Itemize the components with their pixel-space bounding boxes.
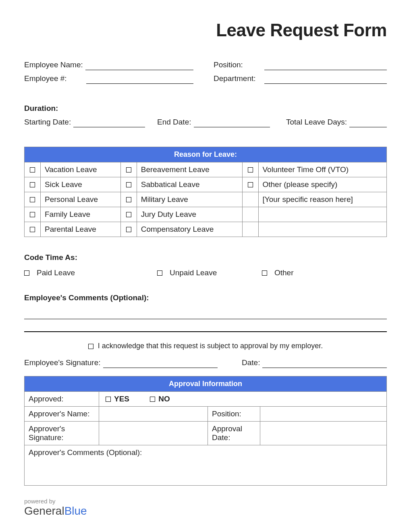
- brand-general: General: [24, 505, 64, 517]
- reason-jury: Jury Duty Leave: [137, 207, 242, 222]
- checkbox-unpaid-leave[interactable]: [157, 270, 162, 276]
- department-input[interactable]: [264, 75, 387, 84]
- checkbox-sabbatical[interactable]: [126, 182, 131, 187]
- reason-personal: Personal Leave: [41, 192, 121, 207]
- divider: [24, 331, 387, 332]
- checkbox-approved-yes[interactable]: [106, 397, 111, 402]
- starting-date-input[interactable]: [73, 118, 145, 127]
- signature-date-input[interactable]: [262, 359, 387, 368]
- employee-name-label: Employee Name:: [24, 60, 83, 70]
- checkbox-code-other[interactable]: [262, 270, 267, 276]
- checkbox-approved-no[interactable]: [150, 397, 155, 402]
- code-time-paid: Paid Leave: [37, 268, 75, 277]
- approver-position-input[interactable]: [260, 407, 387, 422]
- acknowledge-text: I acknowledge that this request is subje…: [98, 342, 323, 350]
- reason-sick: Sick Leave: [41, 177, 121, 192]
- employee-name-input[interactable]: [85, 61, 193, 70]
- code-time-unpaid: Unpaid Leave: [170, 268, 217, 277]
- position-label: Position:: [214, 60, 262, 70]
- reason-table: Reason for Leave: Vacation Leave Bereave…: [24, 147, 387, 237]
- total-days-label: Total Leave Days:: [286, 118, 347, 127]
- employee-signature-input[interactable]: [103, 359, 218, 368]
- approver-comments-label: Approver's Comments (Optional):: [29, 448, 142, 457]
- checkbox-jury[interactable]: [126, 212, 131, 217]
- duration-heading: Duration:: [24, 104, 387, 114]
- brand-blue: Blue: [64, 505, 87, 517]
- powered-by-text: powered by: [24, 498, 387, 505]
- checkbox-personal[interactable]: [30, 197, 35, 202]
- approver-signature-input[interactable]: [99, 422, 208, 445]
- end-date-label: End Date:: [157, 118, 191, 127]
- checkbox-sick[interactable]: [30, 182, 35, 187]
- approver-position-label: Position:: [208, 407, 260, 422]
- code-time-heading: Code Time As:: [24, 253, 387, 263]
- reason-sabbatical: Sabbatical Leave: [137, 177, 242, 192]
- employee-signature-label: Employee's Signature:: [24, 358, 101, 368]
- checkbox-vacation[interactable]: [30, 167, 35, 172]
- employee-comments-input[interactable]: [24, 303, 387, 319]
- footer: powered by GeneralBlue: [24, 498, 387, 517]
- position-input[interactable]: [264, 61, 387, 70]
- total-days-input[interactable]: [349, 118, 387, 127]
- approval-table: Approval Information Approved: YES NO Ap…: [24, 376, 387, 486]
- approved-label: Approved:: [25, 392, 99, 407]
- checkbox-acknowledge[interactable]: [88, 344, 93, 349]
- code-time-other: Other: [274, 268, 294, 277]
- checkbox-vto[interactable]: [248, 167, 253, 172]
- approver-signature-label: Approver's Signature:: [25, 422, 99, 445]
- page-title: Leave Request Form: [24, 20, 387, 40]
- checkbox-other[interactable]: [248, 182, 253, 187]
- reason-parental: Parental Leave: [41, 222, 121, 237]
- checkbox-bereavement[interactable]: [126, 167, 131, 172]
- reason-specific-placeholder[interactable]: [Your specific reason here]: [258, 192, 387, 207]
- approver-name-label: Approver's Name:: [25, 407, 99, 422]
- checkbox-family[interactable]: [30, 212, 35, 217]
- employee-number-label: Employee #:: [24, 74, 84, 84]
- checkbox-military[interactable]: [126, 197, 131, 202]
- reason-vacation: Vacation Leave: [41, 162, 121, 177]
- reason-bereavement: Bereavement Leave: [137, 162, 242, 177]
- employee-number-input[interactable]: [86, 75, 193, 84]
- starting-date-label: Starting Date:: [24, 118, 71, 127]
- checkbox-compensatory[interactable]: [126, 227, 131, 232]
- approval-header: Approval Information: [25, 376, 387, 392]
- reason-other: Other (please specify): [258, 177, 387, 192]
- checkbox-paid-leave[interactable]: [24, 270, 29, 276]
- approved-yes-label: YES: [114, 395, 129, 403]
- signature-date-label: Date:: [242, 358, 260, 368]
- reason-vto: Volunteer Time Off (VTO): [258, 162, 387, 177]
- approval-date-input[interactable]: [260, 422, 387, 445]
- department-label: Department:: [214, 74, 262, 84]
- employee-comments-heading: Employee's Comments (Optional):: [24, 293, 387, 303]
- reason-header: Reason for Leave:: [25, 147, 387, 162]
- approver-name-input[interactable]: [99, 407, 208, 422]
- reason-compensatory: Compensatory Leave: [137, 222, 242, 237]
- end-date-input[interactable]: [194, 118, 270, 127]
- approval-date-label: Approval Date:: [208, 422, 260, 445]
- approved-no-label: NO: [158, 395, 170, 403]
- checkbox-parental[interactable]: [30, 227, 35, 232]
- reason-military: Military Leave: [137, 192, 242, 207]
- reason-family: Family Leave: [41, 207, 121, 222]
